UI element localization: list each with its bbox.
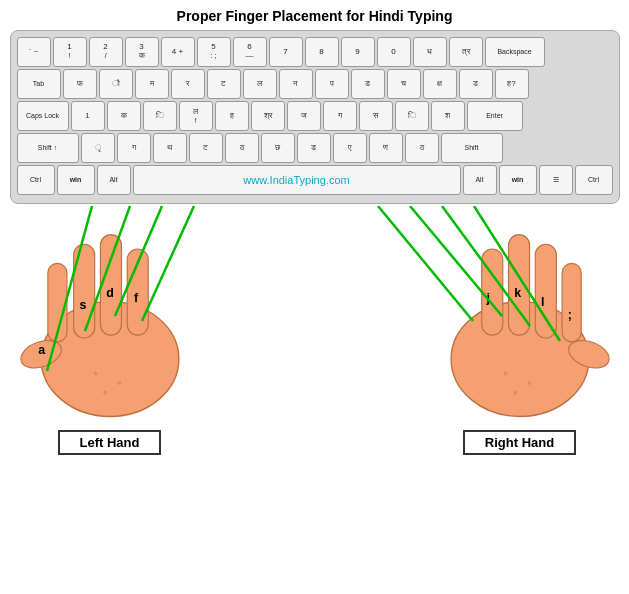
svg-rect-12 bbox=[508, 235, 529, 335]
svg-point-15 bbox=[503, 371, 507, 375]
key-n[interactable]: छ bbox=[261, 133, 295, 163]
finger-label-semicolon: ; bbox=[567, 308, 571, 322]
url-label: www.IndiaTyping.com bbox=[243, 174, 349, 186]
key-2[interactable]: 2/ bbox=[89, 37, 123, 67]
key-m[interactable]: ड bbox=[297, 133, 331, 163]
key-4[interactable]: 4 + bbox=[161, 37, 195, 67]
finger-label-l: l bbox=[541, 295, 544, 309]
svg-point-7 bbox=[117, 381, 121, 385]
finger-label-d: d bbox=[106, 286, 114, 300]
key-minus[interactable]: ध bbox=[413, 37, 447, 67]
key-g[interactable]: ह bbox=[215, 101, 249, 131]
key-w[interactable]: ौ bbox=[99, 69, 133, 99]
svg-rect-4 bbox=[73, 244, 94, 338]
key-row-4: Shift ↑ ृ ग थ ट ठ छ ड ए ण ठ Shift bbox=[17, 133, 613, 163]
key-enter[interactable]: Enter bbox=[467, 101, 523, 131]
key-j[interactable]: ज bbox=[287, 101, 321, 131]
finger-label-j: j bbox=[485, 291, 489, 305]
key-row-2: Tab फ ौ म र ट ल न प ड च क्ष ड ह? bbox=[17, 69, 613, 99]
key-space[interactable]: www.IndiaTyping.com bbox=[133, 165, 461, 195]
key-alt-left[interactable]: Alt bbox=[97, 165, 131, 195]
key-o[interactable]: ड bbox=[351, 69, 385, 99]
key-backslash[interactable]: ह? bbox=[495, 69, 529, 99]
key-ctrl-left[interactable]: Ctrl bbox=[17, 165, 55, 195]
key-shift-right[interactable]: Shift bbox=[441, 133, 503, 163]
finger-label-a: a bbox=[38, 343, 45, 357]
key-b[interactable]: ठ bbox=[225, 133, 259, 163]
key-s[interactable]: क bbox=[107, 101, 141, 131]
key-q[interactable]: फ bbox=[63, 69, 97, 99]
key-equals[interactable]: त्र bbox=[449, 37, 483, 67]
svg-rect-5 bbox=[47, 263, 66, 341]
hands-area: a s d f Left Hand bbox=[10, 206, 620, 590]
key-1[interactable]: 1! bbox=[53, 37, 87, 67]
key-backtick[interactable]: ` ~ bbox=[17, 37, 51, 67]
key-d[interactable]: ि bbox=[143, 101, 177, 131]
key-tab[interactable]: Tab bbox=[17, 69, 61, 99]
right-hand-label: Right Hand bbox=[463, 430, 576, 455]
key-backspace[interactable]: Backspace bbox=[485, 37, 545, 67]
key-8[interactable]: 8 bbox=[305, 37, 339, 67]
key-row-5: Ctrl win Alt www.IndiaTyping.com Alt win… bbox=[17, 165, 613, 195]
key-i[interactable]: प bbox=[315, 69, 349, 99]
key-period[interactable]: ण bbox=[369, 133, 403, 163]
svg-rect-11 bbox=[481, 249, 502, 335]
key-ctrl-right[interactable]: Ctrl bbox=[575, 165, 613, 195]
svg-rect-13 bbox=[535, 244, 556, 338]
key-c[interactable]: थ bbox=[153, 133, 187, 163]
svg-point-6 bbox=[93, 371, 97, 375]
keyboard: ` ~ 1! 2/ 3क 4 + 5: ; 6— 7 8 9 0 ध त्र B… bbox=[10, 30, 620, 204]
svg-point-16 bbox=[527, 381, 531, 385]
right-hand-container: j k l ; Right Hand bbox=[420, 206, 620, 590]
key-comma[interactable]: ए bbox=[333, 133, 367, 163]
key-l[interactable]: स bbox=[359, 101, 393, 131]
key-y[interactable]: ल bbox=[243, 69, 277, 99]
key-u[interactable]: न bbox=[279, 69, 313, 99]
svg-rect-3 bbox=[100, 235, 121, 335]
key-7[interactable]: 7 bbox=[269, 37, 303, 67]
key-lbracket[interactable]: क्ष bbox=[423, 69, 457, 99]
finger-label-k: k bbox=[514, 286, 521, 300]
svg-point-17 bbox=[513, 391, 517, 395]
key-row-3: Caps Lock 1 क ि लf ह श्र ज ग स ि श Enter bbox=[17, 101, 613, 131]
key-5[interactable]: 5: ; bbox=[197, 37, 231, 67]
key-a[interactable]: 1 bbox=[71, 101, 105, 131]
key-slash[interactable]: ठ bbox=[405, 133, 439, 163]
left-hand-label: Left Hand bbox=[58, 430, 162, 455]
key-0[interactable]: 0 bbox=[377, 37, 411, 67]
left-hand-container: a s d f Left Hand bbox=[10, 206, 210, 590]
key-x[interactable]: ग bbox=[117, 133, 151, 163]
svg-rect-14 bbox=[562, 263, 581, 341]
key-t[interactable]: ट bbox=[207, 69, 241, 99]
finger-label-s: s bbox=[79, 298, 86, 312]
key-e[interactable]: म bbox=[135, 69, 169, 99]
key-alt-right[interactable]: Alt bbox=[463, 165, 497, 195]
key-rbracket[interactable]: ड bbox=[459, 69, 493, 99]
key-semicolon[interactable]: ि bbox=[395, 101, 429, 131]
key-k[interactable]: ग bbox=[323, 101, 357, 131]
key-quote[interactable]: श bbox=[431, 101, 465, 131]
key-v[interactable]: ट bbox=[189, 133, 223, 163]
key-menu[interactable]: ☰ bbox=[539, 165, 573, 195]
left-hand-svg: a s d f bbox=[10, 206, 210, 426]
key-capslock[interactable]: Caps Lock bbox=[17, 101, 69, 131]
key-9[interactable]: 9 bbox=[341, 37, 375, 67]
key-6[interactable]: 6— bbox=[233, 37, 267, 67]
key-3[interactable]: 3क bbox=[125, 37, 159, 67]
key-r[interactable]: र bbox=[171, 69, 205, 99]
key-win-right[interactable]: win bbox=[499, 165, 537, 195]
key-p[interactable]: च bbox=[387, 69, 421, 99]
key-win-left[interactable]: win bbox=[57, 165, 95, 195]
page-title: Proper Finger Placement for Hindi Typing bbox=[177, 8, 453, 24]
key-f[interactable]: लf bbox=[179, 101, 213, 131]
svg-point-8 bbox=[103, 391, 107, 395]
key-row-1: ` ~ 1! 2/ 3क 4 + 5: ; 6— 7 8 9 0 ध त्र B… bbox=[17, 37, 613, 67]
key-shift-left[interactable]: Shift ↑ bbox=[17, 133, 79, 163]
right-hand-svg: j k l ; bbox=[420, 206, 620, 426]
key-h[interactable]: श्र bbox=[251, 101, 285, 131]
key-z[interactable]: ृ bbox=[81, 133, 115, 163]
